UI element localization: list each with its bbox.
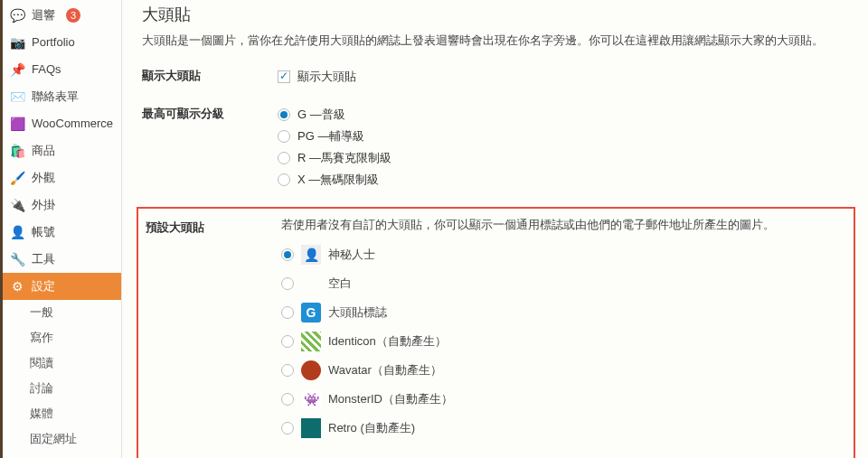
sidebar-item-label: 商品 (32, 143, 55, 159)
radio-icon (281, 248, 294, 261)
rating-option-x[interactable]: X —無碼限制級 (278, 169, 850, 191)
sidebar-item-label: 外掛 (32, 197, 55, 213)
radio-icon (281, 422, 294, 435)
pin-icon: 📌 (10, 62, 24, 77)
sidebar-item-portfolio[interactable]: 📷 Portfolio (3, 29, 121, 56)
wavatar-icon (301, 360, 321, 380)
radio-icon (281, 364, 294, 377)
default-avatar-option-gravatar[interactable]: G 大頭貼標誌 (281, 298, 846, 327)
settings-submenu: 一般 寫作 閱讀 討論 媒體 固定網址 (3, 300, 121, 452)
default-avatar-label: 預設大頭貼 (146, 218, 281, 236)
settings-sub-permalink[interactable]: 固定網址 (12, 426, 121, 452)
default-avatar-highlight: 預設大頭貼 若使用者沒有自訂的大頭貼，你可以顯示一個通用標誌或由他們的電子郵件地… (137, 207, 855, 458)
plug-icon: 🔌 (10, 198, 24, 212)
rating-option-r[interactable]: R —馬賽克限制級 (278, 147, 850, 169)
admin-sidebar: 💬 迴響 3 📷 Portfolio 📌 FAQs ✉️ 聯絡表單 🟪 WooC… (0, 0, 122, 458)
default-avatar-option-identicon[interactable]: Identicon（自動產生） (281, 327, 846, 356)
section-description: 大頭貼是一個圖片，當你在允許使用大頭貼的網誌上發表迴響時會出現在你名字旁邊。你可… (142, 33, 850, 50)
sidebar-item-users[interactable]: 👤 帳號 (3, 219, 121, 246)
settings-sub-discussion[interactable]: 討論 (12, 376, 121, 401)
rating-option-label: X —無碼限制級 (297, 172, 379, 188)
sidebar-item-custom-fields[interactable]: ▦ Custom Fields (3, 452, 121, 458)
rating-option-label: PG —輔導級 (297, 128, 364, 145)
sidebar-item-label: 迴響 (32, 7, 55, 23)
slider-icon: ⚙ (10, 279, 24, 294)
radio-icon (278, 108, 290, 121)
sidebar-item-settings[interactable]: ⚙ 設定 (3, 273, 121, 300)
sidebar-item-label: 帳號 (32, 224, 55, 240)
settings-sub-reading[interactable]: 閱讀 (12, 351, 121, 376)
woo-icon: 🟪 (10, 117, 24, 131)
sidebar-item-label: FAQs (32, 61, 61, 78)
monsterid-icon: 👾 (301, 389, 321, 409)
radio-icon (278, 130, 290, 143)
user-icon: 👤 (10, 225, 24, 239)
settings-sub-writing[interactable]: 寫作 (12, 325, 121, 351)
section-heading: 大頭貼 (142, 4, 850, 25)
sidebar-item-plugins[interactable]: 🔌 外掛 (3, 192, 121, 219)
comment-icon: 💬 (10, 8, 24, 23)
avatar-option-label: MonsterID（自動產生） (328, 391, 453, 407)
rating-option-g[interactable]: G —普級 (278, 104, 850, 126)
radio-icon (281, 306, 294, 319)
sidebar-item-contact[interactable]: ✉️ 聯絡表單 (3, 83, 121, 110)
settings-content: 大頭貼 大頭貼是一個圖片，當你在允許使用大頭貼的網誌上發表迴響時會出現在你名字旁… (122, 0, 868, 458)
row-show-avatar: 顯示大頭貼 顯示大頭貼 (142, 66, 850, 88)
default-avatar-hint: 若使用者沒有自訂的大頭貼，你可以顯示一個通用標誌或由他們的電子郵件地址所產生的圖… (281, 218, 846, 233)
show-avatar-label: 顯示大頭貼 (142, 66, 278, 84)
sidebar-item-label: 聯絡表單 (32, 89, 79, 105)
blank-avatar-icon (301, 274, 321, 294)
default-avatar-option-retro[interactable]: Retro (自動產生) (281, 414, 846, 443)
show-avatar-checkbox[interactable]: 顯示大頭貼 (278, 66, 850, 88)
sidebar-item-label: 工具 (32, 251, 55, 267)
checkbox-icon (278, 70, 290, 83)
sidebar-item-products[interactable]: 🛍️ 商品 (3, 137, 121, 164)
radio-icon (281, 277, 294, 290)
sidebar-item-tools[interactable]: 🔧 工具 (3, 246, 121, 273)
show-avatar-text: 顯示大頭貼 (297, 69, 356, 85)
sidebar-item-label: WooCommerce (32, 116, 113, 132)
rating-option-pg[interactable]: PG —輔導級 (278, 126, 850, 147)
radio-icon (281, 393, 294, 406)
default-avatar-option-blank[interactable]: 空白 (281, 269, 846, 298)
avatar-option-label: Wavatar（自動產生） (328, 362, 442, 379)
brush-icon: 🖌️ (10, 171, 24, 185)
settings-sub-general[interactable]: 一般 (12, 300, 121, 325)
identicon-icon (301, 332, 321, 351)
avatar-option-label: 神秘人士 (328, 247, 375, 263)
sidebar-item-comments[interactable]: 💬 迴響 3 (3, 2, 121, 29)
sidebar-item-label: 外觀 (32, 170, 55, 186)
radio-icon (278, 152, 290, 164)
sidebar-item-appearance[interactable]: 🖌️ 外觀 (3, 164, 121, 192)
avatar-option-label: 空白 (328, 276, 352, 292)
radio-icon (278, 173, 290, 186)
mystery-avatar-icon: 👤 (301, 245, 321, 265)
max-rating-label: 最高可顯示分級 (142, 104, 278, 122)
sidebar-item-label: 設定 (32, 278, 55, 294)
sidebar-item-faqs[interactable]: 📌 FAQs (3, 56, 121, 83)
avatar-option-label: 大頭貼標誌 (328, 304, 387, 321)
radio-icon (281, 335, 294, 348)
default-avatar-option-wavatar[interactable]: Wavatar（自動產生） (281, 356, 846, 385)
default-avatar-option-mystery[interactable]: 👤 神秘人士 (281, 240, 846, 269)
sidebar-item-label: Portfolio (32, 34, 75, 51)
wrench-icon: 🔧 (10, 252, 24, 266)
avatar-option-label: Identicon（自動產生） (328, 333, 447, 350)
rating-option-label: G —普級 (297, 107, 345, 123)
comment-count-badge: 3 (66, 8, 80, 23)
rating-option-label: R —馬賽克限制級 (297, 150, 392, 166)
row-max-rating: 最高可顯示分級 G —普級 PG —輔導級 R —馬賽克限制級 X —無碼限制級 (142, 104, 850, 191)
camera-icon: 📷 (10, 35, 24, 50)
sidebar-item-woocommerce[interactable]: 🟪 WooCommerce (3, 110, 121, 137)
bag-icon: 🛍️ (10, 144, 24, 158)
settings-sub-media[interactable]: 媒體 (12, 401, 121, 426)
retro-avatar-icon (301, 418, 321, 438)
row-default-avatar: 預設大頭貼 若使用者沒有自訂的大頭貼，你可以顯示一個通用標誌或由他們的電子郵件地… (146, 218, 846, 443)
avatar-option-label: Retro (自動產生) (328, 420, 415, 436)
default-avatar-option-monsterid[interactable]: 👾 MonsterID（自動產生） (281, 385, 846, 414)
mail-icon: ✉️ (10, 89, 24, 104)
gravatar-icon: G (301, 303, 321, 322)
